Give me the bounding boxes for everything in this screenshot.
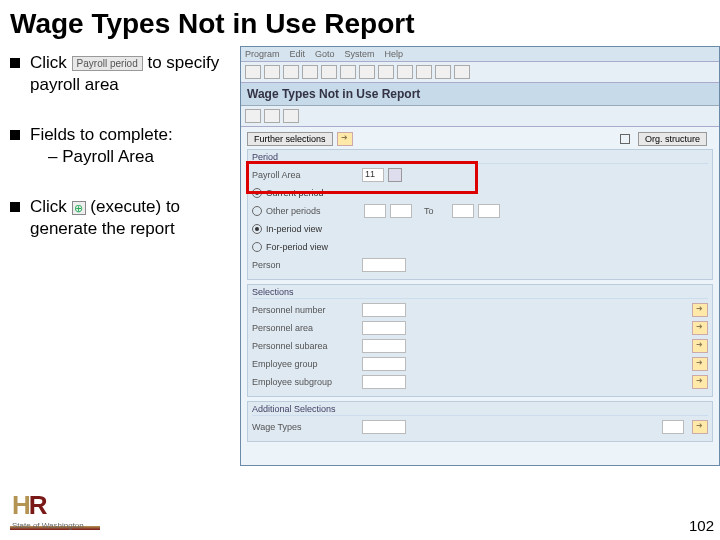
wagetypes-input[interactable] xyxy=(362,420,406,434)
menu-help[interactable]: Help xyxy=(385,49,404,59)
further-selections-button[interactable]: Further selections xyxy=(247,132,333,146)
instruction-panel: Click Payroll period to specify payroll … xyxy=(0,46,240,466)
inperiod-label: In-period view xyxy=(266,224,322,234)
esub-multi-icon[interactable] xyxy=(692,375,708,389)
prev-icon[interactable] xyxy=(397,65,413,79)
execute-icon xyxy=(72,201,86,215)
other-periods-label: Other periods xyxy=(266,206,364,216)
bullet-2: Fields to complete: – Payroll Area xyxy=(30,124,232,168)
wagetypes-label: Wage Types xyxy=(252,422,362,432)
wagetypes-multi-icon[interactable] xyxy=(692,420,708,434)
app-toolbar xyxy=(241,106,719,127)
period-section: Period Payroll Area 11 Current period Ot… xyxy=(247,149,713,280)
sap-window: Program Edit Goto System Help Wag xyxy=(240,46,720,466)
current-period-radio[interactable] xyxy=(252,188,262,198)
egrp-multi-icon[interactable] xyxy=(692,357,708,371)
next-icon[interactable] xyxy=(416,65,432,79)
menu-goto[interactable]: Goto xyxy=(315,49,335,59)
help-icon[interactable] xyxy=(454,65,470,79)
additional-title: Additional Selections xyxy=(252,404,708,416)
org-checkbox[interactable] xyxy=(620,134,630,144)
selections-title: Selections xyxy=(252,287,708,299)
payroll-area-label: Payroll Area xyxy=(252,170,362,180)
further-arrow-icon[interactable] xyxy=(337,132,353,146)
bullet-icon xyxy=(10,202,20,212)
print-icon[interactable] xyxy=(321,65,337,79)
person-input[interactable] xyxy=(362,258,406,272)
menu-bar: Program Edit Goto System Help xyxy=(241,47,719,62)
psub-multi-icon[interactable] xyxy=(692,339,708,353)
page-number: 102 xyxy=(689,517,714,534)
other-period-from2[interactable] xyxy=(390,204,412,218)
footer-state: State of Washington xyxy=(12,521,84,530)
person-label: Person xyxy=(252,260,362,270)
org-structure-button[interactable]: Org. structure xyxy=(638,132,707,146)
egrp-input[interactable] xyxy=(362,357,406,371)
exit-icon[interactable] xyxy=(283,65,299,79)
find-icon[interactable] xyxy=(340,65,356,79)
execute-button[interactable] xyxy=(245,109,261,123)
esub-label: Employee subgroup xyxy=(252,377,362,387)
variant-icon[interactable] xyxy=(264,109,280,123)
forperiod-label: For-period view xyxy=(266,242,328,252)
footer: HR State of Washington xyxy=(12,490,84,532)
app-title: Wage Types Not in Use Report xyxy=(241,83,719,106)
bullet-icon xyxy=(10,58,20,68)
other-period-from[interactable] xyxy=(364,204,386,218)
parea-label: Personnel area xyxy=(252,323,362,333)
period-title: Period xyxy=(252,152,708,164)
to-label: To xyxy=(424,206,434,216)
payroll-period-button-ref: Payroll period xyxy=(72,56,143,71)
bullet-1: Click Payroll period to specify payroll … xyxy=(30,52,232,96)
hr-logo: HR xyxy=(12,490,84,521)
other-periods-radio[interactable] xyxy=(252,206,262,216)
last-icon[interactable] xyxy=(435,65,451,79)
bullet-icon xyxy=(10,130,20,140)
parea-multi-icon[interactable] xyxy=(692,321,708,335)
findnext-icon[interactable] xyxy=(359,65,375,79)
payroll-area-help-icon[interactable] xyxy=(388,168,402,182)
current-period-label: Current period xyxy=(266,188,324,198)
first-icon[interactable] xyxy=(378,65,394,79)
additional-section: Additional Selections Wage Types xyxy=(247,401,713,442)
parea-input[interactable] xyxy=(362,321,406,335)
psub-label: Personnel subarea xyxy=(252,341,362,351)
wagetypes-to-input[interactable] xyxy=(662,420,684,434)
slide-title: Wage Types Not in Use Report xyxy=(0,0,720,46)
egrp-label: Employee group xyxy=(252,359,362,369)
forperiod-radio[interactable] xyxy=(252,242,262,252)
bullet-3: Click (execute) to generate the report xyxy=(30,196,232,240)
back-icon[interactable] xyxy=(264,65,280,79)
menu-edit[interactable]: Edit xyxy=(290,49,306,59)
bullet-2-sub: – Payroll Area xyxy=(48,146,232,168)
other-period-to[interactable] xyxy=(452,204,474,218)
menu-program[interactable]: Program xyxy=(245,49,280,59)
save-icon[interactable] xyxy=(245,65,261,79)
selections-section: Selections Personnel number Personnel ar… xyxy=(247,284,713,397)
menu-system[interactable]: System xyxy=(345,49,375,59)
std-toolbar xyxy=(241,62,719,83)
inperiod-radio[interactable] xyxy=(252,224,262,234)
esub-input[interactable] xyxy=(362,375,406,389)
cancel-icon[interactable] xyxy=(302,65,318,79)
pernr-multi-icon[interactable] xyxy=(692,303,708,317)
variant2-icon[interactable] xyxy=(283,109,299,123)
pernr-input[interactable] xyxy=(362,303,406,317)
other-period-to2[interactable] xyxy=(478,204,500,218)
pernr-label: Personnel number xyxy=(252,305,362,315)
payroll-area-input[interactable]: 11 xyxy=(362,168,384,182)
psub-input[interactable] xyxy=(362,339,406,353)
